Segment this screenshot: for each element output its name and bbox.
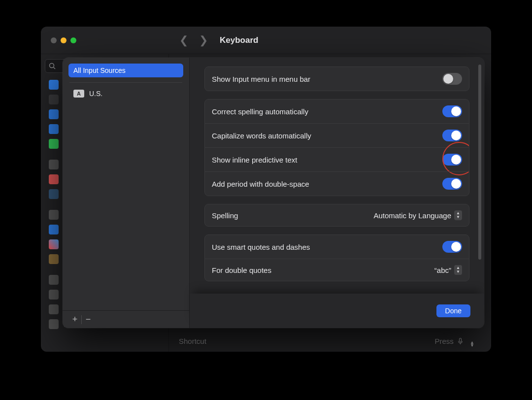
row-label: Use smart quotes and dashes [212,243,310,251]
source-label: U.S. [89,90,102,98]
row-label: Show inline predictive text [212,156,297,164]
settings-group: Correct spelling automaticallyCapitalize… [204,99,469,196]
settings-row: For double quotes“abc” ▲▼ [205,259,469,281]
zoom-button[interactable] [70,37,76,43]
settings-row: Show inline predictive text [205,147,469,171]
all-input-sources-label: All Input Sources [73,67,126,74]
sheet-sidebar: All Input Sources A U.S. + − [63,58,190,328]
scrollbar-thumb[interactable] [478,65,481,260]
sheet-footer: Done [190,294,484,328]
select-value: Automatic by Language [373,211,451,220]
add-source-button[interactable]: + [68,314,81,325]
header-nav: ❮ ❯ Keyboard [176,27,258,54]
settings-row: Add period with double-space [205,171,469,196]
nav-back-button[interactable]: ❮ [176,32,191,49]
svg-line-1 [54,67,56,69]
sheet-content: Show Input menu in menu barCorrect spell… [190,58,484,328]
row-label: Correct spelling automatically [212,107,308,116]
toggle-switch[interactable] [442,241,462,253]
select-control[interactable]: “abc” ▲▼ [434,265,462,275]
all-input-sources-item[interactable]: All Input Sources [68,64,183,77]
remove-source-button[interactable]: − [82,314,95,325]
chevron-updown-icon: ▲▼ [470,341,474,347]
sheet-sidebar-footer: + − [63,310,189,328]
shortcut-label: Shortcut [179,337,206,347]
settings-row: SpellingAutomatic by Language ▲▼ [205,204,469,226]
search-icon [48,62,56,70]
close-button[interactable] [51,37,57,43]
source-badge: A [73,90,84,98]
row-label: Show Input menu in menu bar [212,75,310,83]
select-value: “abc” [434,266,451,274]
minimize-button[interactable] [61,37,66,43]
divider [69,82,182,83]
row-label: Capitalize words automatically [212,132,311,140]
toggle-switch[interactable] [442,178,462,190]
settings-row: Correct spelling automatically [205,100,469,123]
toggle-switch[interactable] [442,73,462,85]
row-label: For double quotes [212,266,271,274]
printer-icon [49,319,59,329]
done-label: Done [445,307,462,315]
toggle-switch[interactable] [442,154,462,166]
window-header: ❮ ❯ Keyboard [41,27,491,54]
settings-row: Use smart quotes and dashes [205,235,469,259]
done-button[interactable]: Done [436,304,470,317]
settings-group: Show Input menu in menu bar [204,67,469,91]
svg-point-0 [50,64,54,68]
svg-rect-2 [459,338,461,342]
settings-row: Show Input menu in menu bar [205,67,469,91]
input-source-item[interactable]: A U.S. [68,87,183,100]
row-label: Spelling [212,211,238,220]
microphone-icon [458,338,463,346]
shortcut-value[interactable]: Press ▲▼ [434,337,474,347]
row-label: Add period with double-space [212,180,309,188]
toggle-switch[interactable] [442,130,462,141]
traffic-lights [51,37,76,43]
nav-forward-button[interactable]: ❯ [196,32,211,49]
chevron-updown-icon: ▲▼ [454,265,462,275]
settings-group: SpellingAutomatic by Language ▲▼ [204,204,469,227]
page-title: Keyboard [220,35,258,45]
chevron-updown-icon: ▲▼ [454,210,462,220]
select-control[interactable]: Automatic by Language ▲▼ [373,210,462,220]
settings-group: Use smart quotes and dashesFor double qu… [204,234,469,281]
toggle-switch[interactable] [442,105,462,117]
shortcut-row: Shortcut Press ▲▼ [179,337,474,347]
input-sources-sheet: All Input Sources A U.S. + − Show Input … [63,58,484,328]
settings-row: Capitalize words automatically [205,123,469,147]
